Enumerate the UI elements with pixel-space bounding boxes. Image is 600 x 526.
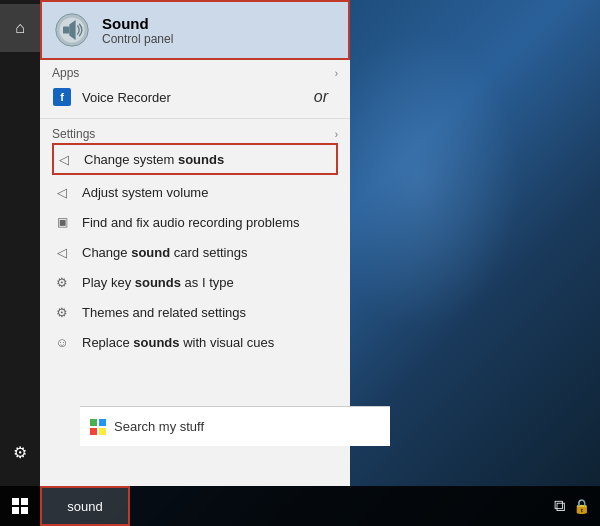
- top-result-text: Sound Control panel: [102, 15, 173, 46]
- gear-icon-2: ⚙: [52, 302, 72, 322]
- top-result-subtitle: Control panel: [102, 32, 173, 46]
- start-menu-panel: Sound Control panel Apps › f Voice Recor…: [40, 0, 350, 486]
- voice-recorder-icon: f: [52, 87, 72, 107]
- monitor-speaker-icon: ▣: [52, 212, 72, 232]
- change-sound-card-label: Change sound card settings: [82, 245, 247, 260]
- search-my-stuff-bar[interactable]: Search my stuff: [80, 406, 390, 446]
- replace-sounds-item[interactable]: ☺ Replace sounds with visual cues: [52, 327, 338, 357]
- change-system-sounds-label: Change system sounds: [84, 152, 224, 167]
- or-label: or: [314, 88, 328, 106]
- settings-section-header: Settings ›: [52, 127, 338, 141]
- speaker-icon-3: ◁: [52, 242, 72, 262]
- change-system-sounds-item[interactable]: ◁ Change system sounds: [52, 143, 338, 175]
- find-fix-audio-label: Find and fix audio recording problems: [82, 215, 300, 230]
- taskbar-search-text: sound: [67, 499, 102, 514]
- change-sound-card-item[interactable]: ◁ Change sound card settings: [52, 237, 338, 267]
- apps-arrow[interactable]: ›: [335, 68, 338, 79]
- windows-logo-icon: [90, 419, 106, 435]
- replace-sounds-label: Replace sounds with visual cues: [82, 335, 274, 350]
- sidebar: ⌂ ⚙: [0, 0, 40, 526]
- themes-settings-label: Themes and related settings: [82, 305, 246, 320]
- taskbar: sound ⧉ 🔒: [0, 486, 600, 526]
- vr-icon-box: f: [53, 88, 71, 106]
- taskbar-search-box[interactable]: sound: [40, 486, 130, 526]
- settings-label: Settings: [52, 127, 95, 141]
- task-view-icon[interactable]: ⧉: [554, 497, 565, 515]
- search-my-stuff-label: Search my stuff: [114, 419, 204, 434]
- top-result-title: Sound: [102, 15, 173, 32]
- apps-section-header: Apps ›: [52, 66, 338, 80]
- find-fix-audio-item[interactable]: ▣ Find and fix audio recording problems: [52, 207, 338, 237]
- sound-icon: [52, 10, 92, 50]
- play-key-sounds-label: Play key sounds as I type: [82, 275, 234, 290]
- adjust-volume-label: Adjust system volume: [82, 185, 208, 200]
- home-icon: ⌂: [15, 19, 25, 37]
- settings-section: Settings › ◁ Change system sounds ◁ Adju…: [40, 123, 350, 361]
- lock-icon[interactable]: 🔒: [573, 498, 590, 514]
- apps-section: Apps › f Voice Recorder or: [40, 60, 350, 114]
- speaker-icon-2: ◁: [52, 182, 72, 202]
- svg-rect-2: [63, 26, 69, 33]
- smiley-icon: ☺: [52, 332, 72, 352]
- gear-icon-1: ⚙: [52, 272, 72, 292]
- speaker-icon-1: ◁: [54, 149, 74, 169]
- settings-icon: ⚙: [13, 443, 27, 462]
- sidebar-item-settings[interactable]: ⚙: [0, 428, 40, 476]
- voice-recorder-item[interactable]: f Voice Recorder or: [52, 82, 338, 112]
- adjust-volume-item[interactable]: ◁ Adjust system volume: [52, 177, 338, 207]
- start-icon: [12, 498, 28, 514]
- taskbar-system-icons: ⧉ 🔒: [554, 497, 590, 515]
- start-button[interactable]: [0, 486, 40, 526]
- voice-recorder-label: Voice Recorder: [82, 90, 171, 105]
- sidebar-item-home[interactable]: ⌂: [0, 4, 40, 52]
- apps-label: Apps: [52, 66, 79, 80]
- top-result-sound[interactable]: Sound Control panel: [40, 0, 350, 60]
- themes-settings-item[interactable]: ⚙ Themes and related settings: [52, 297, 338, 327]
- play-key-sounds-item[interactable]: ⚙ Play key sounds as I type: [52, 267, 338, 297]
- divider-1: [40, 118, 350, 119]
- settings-arrow[interactable]: ›: [335, 129, 338, 140]
